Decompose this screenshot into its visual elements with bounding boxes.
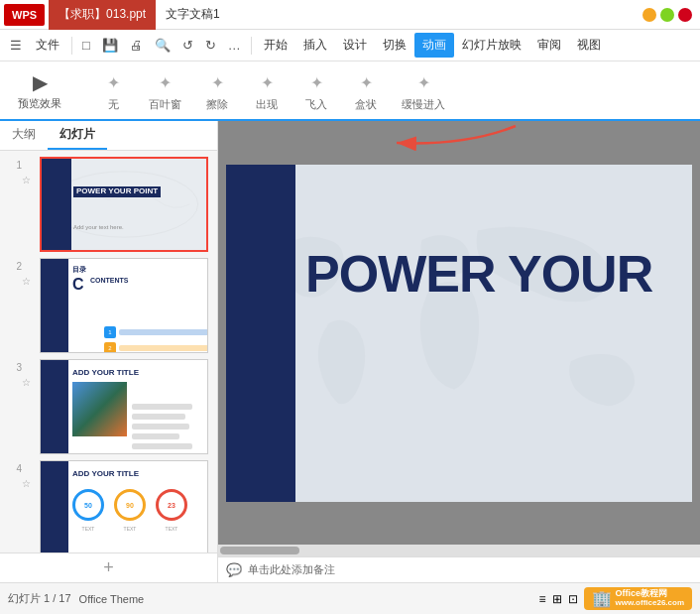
slide-star-4: ☆	[22, 478, 31, 489]
slide-thumb-4[interactable]: ADD YOUR TITLE 50 90 23 TEXT TEXT TEXT	[40, 460, 208, 553]
slide-item-2[interactable]: 2 C 目录 CONTENTS 1 2	[4, 258, 213, 353]
slide1-title: POWER YOUR POINT	[73, 186, 161, 198]
menu-transition[interactable]: 切换	[375, 33, 414, 58]
add-slide-btn[interactable]: +	[0, 553, 217, 582]
main-content: 大纲 幻灯片 1 POWER YOUR POINT	[0, 121, 700, 582]
slide1-subtitle: Add your text here.	[73, 224, 124, 230]
office-logo: 🏢 Office教程网 www.office26.com	[584, 587, 693, 610]
panel-tabs: 大纲 幻灯片	[0, 121, 217, 151]
slide-info: 幻灯片 1 / 17	[8, 591, 71, 606]
window-controls	[642, 8, 700, 22]
anim-appear[interactable]: ✦ 出现	[243, 65, 291, 116]
slide2-contents: CONTENTS	[90, 277, 129, 284]
slide2-letter: C	[72, 277, 84, 293]
tab-slideshow[interactable]: 幻灯片	[48, 121, 107, 150]
preview-label: 预览效果	[18, 96, 61, 111]
toolbar-icon-save[interactable]: 💾	[96, 34, 124, 57]
toolbar-icon-print[interactable]: 🖨	[124, 34, 149, 57]
anim-slow-label: 缓慢进入	[402, 97, 445, 112]
svg-point-0	[50, 172, 197, 237]
slide-item-4[interactable]: 4 ADD YOUR TITLE 50 90 23 TEXT TEXT TEXT	[4, 460, 213, 553]
menu-insert[interactable]: 插入	[295, 33, 335, 58]
anim-blinds-icon: ✦	[152, 69, 179, 97]
slide-main: POWER YOUR 💬 单击此处添加备注	[218, 121, 700, 582]
status-left: 幻灯片 1 / 17 Office Theme	[8, 591, 144, 606]
slide-thumb-2[interactable]: C 目录 CONTENTS 1 2 3	[40, 258, 208, 353]
slide-panel: 大纲 幻灯片 1 POWER YOUR POINT	[0, 121, 218, 582]
preview-button[interactable]: ▶ 预览效果	[10, 66, 69, 115]
menu-hamburger-icon[interactable]: ☰	[4, 34, 28, 57]
menu-slideshow[interactable]: 幻灯片放映	[454, 33, 529, 58]
slide-star-2: ☆	[22, 276, 31, 287]
toolbar-icon-undo[interactable]: ↺	[176, 34, 199, 57]
status-right: ≡ ⊞ ⊡ 🏢 Office教程网 www.office26.com	[538, 587, 692, 610]
slide-number-4: 4	[4, 464, 22, 474]
slide-list: 1 POWER YOUR POINT Add your text here. ☆	[0, 151, 217, 553]
ribbon: ▶ 预览效果 ✦ 无 ✦ 百叶窗 ✦ 擦除 ✦ 出现 ✦ 飞入 ✦ 盒状 ✦ 缓…	[0, 61, 700, 121]
anim-none-label: 无	[108, 97, 119, 112]
anim-wipe-icon: ✦	[203, 69, 231, 97]
anim-none[interactable]: ✦ 无	[89, 65, 137, 116]
maximize-btn[interactable]	[660, 8, 674, 22]
menu-view[interactable]: 视图	[569, 33, 609, 58]
menu-animation[interactable]: 动画	[414, 33, 454, 58]
theme-info: Office Theme	[79, 593, 145, 605]
slide2-title: 目录	[72, 265, 86, 275]
document-title: 文字文稿1	[156, 6, 642, 23]
slide4-title: ADD YOUR TITLE	[72, 469, 139, 478]
menu-review[interactable]: 审阅	[529, 33, 569, 58]
anim-appear-label: 出现	[256, 97, 278, 112]
view-icon-1[interactable]: ≡	[538, 592, 545, 606]
toolbar-icon-more[interactable]: …	[222, 34, 247, 57]
world-map-svg	[226, 165, 692, 502]
comment-bar[interactable]: 💬 单击此处添加备注	[218, 556, 700, 582]
horizontal-scrollbar[interactable]	[218, 545, 700, 556]
view-icon-2[interactable]: ⊞	[552, 592, 562, 606]
slide-star-3: ☆	[22, 377, 31, 388]
file-tab[interactable]: 【求职】013.ppt	[49, 0, 156, 30]
anim-fly-label: 飞入	[305, 97, 327, 112]
divider	[71, 37, 72, 55]
anim-box[interactable]: ✦ 盒状	[342, 65, 390, 116]
divider2	[251, 37, 252, 55]
anim-box-label: 盒状	[355, 97, 377, 112]
anim-wipe-label: 擦除	[206, 97, 228, 112]
anim-appear-icon: ✦	[253, 69, 281, 97]
anim-blinds-label: 百叶窗	[149, 97, 181, 112]
tab-outline[interactable]: 大纲	[0, 121, 48, 150]
slide-canvas[interactable]: POWER YOUR	[218, 121, 700, 545]
anim-wipe[interactable]: ✦ 擦除	[193, 65, 241, 116]
slide3-title: ADD YOUR TITLE	[72, 368, 139, 377]
menu-design[interactable]: 设计	[335, 33, 375, 58]
animation-list: ✦ 无 ✦ 百叶窗 ✦ 擦除 ✦ 出现 ✦ 飞入 ✦ 盒状 ✦ 缓慢进入	[89, 65, 690, 116]
slide-thumb-1[interactable]: POWER YOUR POINT Add your text here.	[40, 157, 208, 252]
anim-fly[interactable]: ✦ 飞入	[292, 65, 340, 116]
menu-start[interactable]: 开始	[256, 33, 295, 58]
slide-thumb-3[interactable]: ADD YOUR TITLE	[40, 359, 208, 454]
wps-logo: WPS	[4, 4, 45, 26]
toolbar-icon-new[interactable]: □	[76, 34, 96, 57]
slide-number-3: 3	[4, 363, 22, 373]
view-icon-3[interactable]: ⊡	[568, 592, 578, 606]
main-slide-title: POWER YOUR	[305, 244, 652, 304]
menu-bar: ☰ 文件 □ 💾 🖨 🔍 ↺ ↻ … 开始 插入 设计 切换 动画 幻灯片放映 …	[0, 30, 700, 61]
anim-slow-icon: ✦	[409, 69, 437, 97]
minimize-btn[interactable]	[642, 8, 656, 22]
main-slide-left-bar	[226, 165, 295, 502]
comment-icon: 💬	[226, 562, 242, 577]
slide-item-3[interactable]: 3 ADD YOUR TITLE ☆	[4, 359, 213, 454]
close-btn[interactable]	[678, 8, 692, 22]
slide-star-1: ☆	[22, 175, 31, 185]
slide-item-1[interactable]: 1 POWER YOUR POINT Add your text here. ☆	[4, 157, 213, 252]
title-bar: WPS 【求职】013.ppt 文字文稿1	[0, 0, 700, 30]
anim-fly-icon: ✦	[302, 69, 330, 97]
main-slide-view: POWER YOUR	[226, 165, 692, 502]
anim-blinds[interactable]: ✦ 百叶窗	[139, 65, 191, 116]
anim-slow[interactable]: ✦ 缓慢进入	[392, 65, 455, 116]
toolbar-icon-redo[interactable]: ↻	[199, 34, 222, 57]
preview-icon: ▶	[33, 70, 48, 94]
toolbar-icon-view[interactable]: 🔍	[149, 34, 176, 57]
office-icon: 🏢	[592, 589, 612, 608]
scroll-thumb[interactable]	[220, 547, 299, 554]
menu-file[interactable]: 文件	[28, 33, 67, 58]
